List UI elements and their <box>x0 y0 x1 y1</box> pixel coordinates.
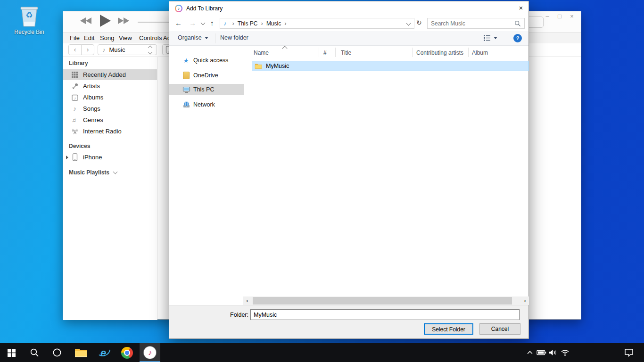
menu-view[interactable]: View <box>119 34 132 41</box>
folder-label: Folder: <box>211 312 248 318</box>
scrollbar-thumb[interactable] <box>253 297 512 304</box>
cortana-button[interactable] <box>47 343 67 362</box>
chevron-down-icon <box>494 37 497 39</box>
stepper-icon <box>149 46 152 54</box>
up-button[interactable]: ↑ <box>210 19 214 27</box>
sidebar-item-songs[interactable]: ♪ Songs <box>63 103 157 114</box>
nav-item-this-pc[interactable]: This PC <box>169 84 244 95</box>
search-icon <box>30 348 39 357</box>
menu-song[interactable]: Song <box>100 34 114 41</box>
tray-expand-button[interactable] <box>524 343 536 362</box>
breadcrumb-separator-icon: › <box>261 20 263 27</box>
start-button[interactable] <box>1 343 22 362</box>
volume-slider[interactable] <box>138 22 169 23</box>
horizontal-scrollbar[interactable]: ‹ › <box>243 296 529 305</box>
toolbar-divider <box>215 33 215 43</box>
taskbar-file-explorer[interactable] <box>70 343 91 362</box>
menu-controls[interactable]: Controls <box>139 34 162 41</box>
menu-edit[interactable]: Edit <box>84 34 94 41</box>
music-note-icon: ♪ <box>102 46 106 53</box>
grid-icon <box>71 71 79 78</box>
dialog-close-button[interactable]: × <box>512 1 529 15</box>
itunes-minimize-button[interactable]: – <box>543 13 552 20</box>
taskbar-internet-explorer[interactable]: e <box>94 343 115 362</box>
nav-item-network[interactable]: Network <box>169 99 244 110</box>
battery-icon <box>537 349 546 356</box>
nav-item-quick-access[interactable]: ★ Quick access <box>169 55 244 66</box>
tray-volume[interactable] <box>547 343 558 362</box>
details-view-icon <box>483 34 491 41</box>
disclosure-triangle-icon[interactable] <box>66 156 68 159</box>
search-icon[interactable] <box>514 20 521 27</box>
folder-name-input[interactable] <box>250 309 520 320</box>
address-bar[interactable]: ♪ › This PC › Music › <box>220 18 414 29</box>
recent-locations-chevron-icon[interactable] <box>201 21 206 25</box>
view-mode-button[interactable] <box>483 34 497 41</box>
sidebar-item-recently-added[interactable]: Recently Added <box>63 69 157 80</box>
breadcrumb-music[interactable]: Music <box>266 20 281 27</box>
sidebar-item-albums[interactable]: ♪ Albums <box>63 92 157 103</box>
nav-item-onedrive[interactable]: OneDrive <box>169 70 244 81</box>
music-playlists-header[interactable]: Music Playlists <box>69 169 117 176</box>
fast-forward-icon[interactable] <box>118 17 130 25</box>
breadcrumb-separator-icon: › <box>284 20 286 27</box>
taskbar-itunes-active[interactable]: ♪ <box>140 343 160 362</box>
column-header-name[interactable]: Name <box>254 49 269 56</box>
file-explorer-icon <box>74 348 87 358</box>
dialog-body: ★ Quick access OneDrive This PC <box>169 46 528 296</box>
dialog-titlebar[interactable]: ♪ Add To Library × <box>169 1 528 16</box>
new-folder-button[interactable]: New folder <box>220 34 248 41</box>
sidebar-item-internet-radio[interactable]: Internet Radio <box>63 126 157 137</box>
address-dropdown-icon[interactable] <box>406 21 411 26</box>
chevron-up-icon <box>527 350 533 355</box>
itunes-forward-button[interactable]: › <box>81 44 94 55</box>
svg-text:♻: ♻ <box>25 11 33 20</box>
sidebar-item-artists[interactable]: Artists <box>63 81 157 91</box>
scroll-right-arrow[interactable]: › <box>521 296 529 305</box>
itunes-close-button[interactable]: × <box>568 13 576 20</box>
music-folder-icon: ♪ <box>223 20 227 27</box>
column-header-album[interactable]: Album <box>472 49 488 56</box>
scroll-left-arrow[interactable]: ‹ <box>243 296 251 305</box>
organise-button[interactable]: Organise <box>178 34 208 41</box>
sidebar-item-genres[interactable]: ♬ Genres <box>63 115 157 125</box>
refresh-button[interactable]: ↻ <box>416 19 422 26</box>
cortana-icon <box>52 348 62 357</box>
column-header-contributing-artists[interactable]: Contributing artists <box>416 49 463 56</box>
select-folder-button[interactable]: Select Folder <box>424 323 473 335</box>
column-header-number[interactable]: # <box>323 49 327 56</box>
rewind-icon[interactable] <box>80 17 92 25</box>
play-icon[interactable] <box>99 14 111 27</box>
back-button[interactable]: ← <box>175 19 182 27</box>
phone-icon <box>71 153 79 161</box>
forward-button[interactable]: → <box>189 19 196 27</box>
breadcrumb-this-pc[interactable]: This PC <box>238 20 258 27</box>
column-header-title[interactable]: Title <box>341 49 351 56</box>
recycle-bin-shortcut[interactable]: ♻ Recycle Bin <box>11 5 47 38</box>
action-center-button[interactable] <box>623 343 635 362</box>
search-box[interactable] <box>427 18 525 29</box>
itunes-search-field[interactable] <box>527 16 544 28</box>
itunes-back-button[interactable]: ‹ <box>68 44 82 55</box>
svg-text:♪: ♪ <box>74 96 76 100</box>
tray-battery[interactable] <box>536 343 547 362</box>
taskbar-chrome[interactable] <box>116 343 137 362</box>
media-kind-label: Music <box>109 46 149 53</box>
taskbar-search-button[interactable] <box>24 343 45 362</box>
help-button[interactable]: ? <box>513 34 522 42</box>
menu-file[interactable]: File <box>70 34 80 41</box>
taskbar: e ♪ <box>0 343 644 362</box>
recycle-bin-icon: ♻ <box>17 5 41 28</box>
search-input[interactable] <box>428 20 514 27</box>
chevron-down-icon <box>113 170 118 174</box>
tray-network[interactable] <box>559 343 570 362</box>
dialog-footer: Folder: Select Folder Cancel <box>169 305 528 338</box>
cancel-button[interactable]: Cancel <box>479 323 520 335</box>
file-row-mymusic[interactable]: MyMusic <box>252 61 529 71</box>
internet-explorer-icon: e <box>98 346 111 359</box>
media-kind-selector[interactable]: ♪ Music <box>98 44 157 55</box>
itunes-maximize-button[interactable]: □ <box>555 13 564 20</box>
library-header: Library <box>69 60 88 66</box>
chevron-down-icon <box>205 37 208 39</box>
sidebar-item-iphone[interactable]: iPhone <box>63 152 157 163</box>
